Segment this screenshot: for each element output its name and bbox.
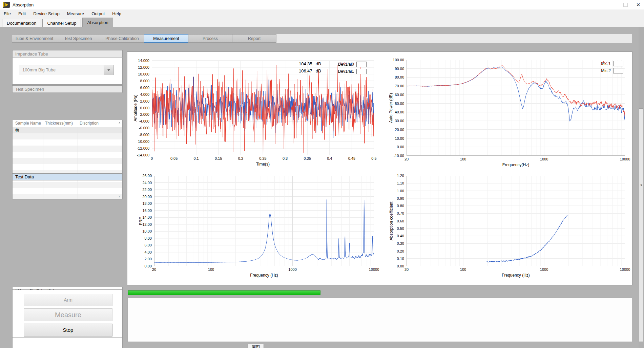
right-scrollbar[interactable]: <	[639, 27, 644, 348]
collapse-left-icon: <	[640, 183, 642, 187]
y-tick-label: 8.000	[140, 79, 149, 83]
subtab-test-specimen[interactable]: Test Specimen	[56, 34, 100, 43]
y-tick-label: 1.10	[397, 181, 404, 185]
x-tick-label: 1000	[540, 267, 548, 271]
y-tick-label: 2.00	[145, 257, 152, 261]
subtab-measurement[interactable]: Measurement	[144, 34, 188, 43]
x-tick-label: 0.5	[371, 156, 376, 160]
y-tick-label: -14.000	[137, 153, 149, 157]
y-axis-label: Absorption coefficient	[389, 201, 394, 240]
col-sample-name: Sample Name	[15, 121, 41, 126]
level-readout-ai1: 106.47dB	[299, 68, 321, 75]
menu-file[interactable]: File	[0, 9, 15, 18]
y-tick-label: 6.00	[145, 243, 152, 247]
x-tick-label: 0.35	[304, 156, 311, 160]
subtab-report[interactable]: Report	[232, 34, 276, 43]
impedance-tube-header: Impendace Tube	[12, 50, 123, 58]
y-tick-label: 0.80	[397, 204, 404, 208]
y-tick-label: 2.000	[140, 99, 149, 103]
test-data-header: Test Data	[12, 173, 123, 180]
y-tick-label: 70.00	[395, 84, 404, 88]
legend-entry[interactable]: Dev1/ai1	[338, 68, 367, 74]
menu-measure[interactable]: Measure	[63, 9, 88, 18]
column-divider	[78, 127, 78, 199]
close-icon: ×	[636, 0, 640, 9]
window-title: Absorption	[13, 2, 34, 7]
app-icon	[3, 2, 10, 8]
y-tick-label: 1.20	[397, 174, 404, 178]
x-tick-label: 0.25	[259, 156, 266, 160]
scrollbar-thumb[interactable]: <	[639, 108, 643, 342]
x-tick-label: 0.45	[348, 156, 355, 160]
y-tick-label: 22.00	[142, 188, 152, 192]
y-tick-label: 100.00	[393, 58, 404, 62]
plot-area	[407, 60, 625, 156]
y-tick-label: 30.00	[395, 119, 404, 123]
y-tick-label: 0.00	[397, 145, 404, 149]
y-tick-label: 0.50	[397, 226, 404, 231]
measure-button[interactable]: Measure	[24, 308, 112, 321]
menu-edit[interactable]: Edit	[15, 9, 29, 18]
y-tick-label: 6.000	[140, 86, 149, 90]
tab-documentation[interactable]: Documentation	[2, 19, 41, 27]
main-tab-strip: Documentation Channel Setup Absorption	[0, 18, 644, 27]
legend-entry[interactable]: Mic 2	[601, 68, 623, 73]
y-tick-label: 0.00	[397, 264, 404, 268]
x-axis-label: Frequency(Hz)	[502, 162, 529, 167]
scroll-down-icon[interactable]: ∨	[118, 195, 121, 198]
column-divider	[43, 127, 43, 199]
y-axis-label: Auto Power (dB)	[389, 93, 393, 123]
x-axis-label: Frequency (Hz)	[250, 273, 278, 278]
progress-bar	[128, 290, 320, 295]
plot-legend: Mic 1 Mic 2	[601, 61, 623, 73]
y-tick-label: 0.10	[397, 257, 404, 261]
y-tick-label: 0.00	[145, 264, 152, 268]
y-tick-label: 40.00	[395, 110, 404, 114]
arm-button[interactable]: Arm	[24, 294, 112, 306]
dropdown-button[interactable]	[104, 65, 113, 75]
menu-device-setup[interactable]: Device Setup	[29, 9, 63, 18]
subtab-process[interactable]: Process	[188, 34, 232, 43]
time-waveform-chart: Amplitude (Pa) Time(s) 104.35dB 106.47dB…	[152, 61, 374, 155]
col-discription: Discription	[80, 121, 99, 126]
plot-area	[407, 176, 625, 266]
col-thickness: Thickness(mm)	[45, 121, 73, 126]
tab-channel-setup[interactable]: Channel Setup	[42, 19, 81, 27]
tube-select-dropdown[interactable]: 100mm Big Tube	[19, 65, 114, 75]
x-tick-label: 100	[208, 267, 214, 271]
subtab-phase-calibration[interactable]: Phase Calibration	[100, 34, 144, 43]
x-tick-label: 20	[152, 267, 156, 271]
menu-output[interactable]: Output	[88, 9, 108, 18]
tab-absorption[interactable]: Absorption	[82, 18, 113, 27]
x-tick-label: 20	[404, 267, 409, 271]
y-tick-label: 0.20	[397, 249, 404, 253]
minimize-button[interactable]	[599, 0, 614, 9]
y-tick-label: 0.30	[397, 241, 404, 245]
test-specimen-table: Sample Name Thickness(mm) Discription ∧ …	[12, 120, 123, 199]
x-tick-label: 100	[460, 157, 466, 161]
application-window: Absorption × File Edit Device Setup Meas…	[0, 0, 644, 348]
y-tick-label: 10.00	[142, 229, 152, 233]
panel-divider	[635, 34, 635, 342]
y-tick-label: 20.00	[395, 128, 404, 132]
stop-button[interactable]: Stop	[24, 324, 112, 336]
sub-tab-band: Tube & Environment Test Specimen Phase C…	[12, 34, 632, 43]
menu-help[interactable]: Help	[108, 9, 125, 18]
y-tick-label: 4.00	[145, 250, 152, 254]
y-tick-label: -10.000	[137, 139, 149, 144]
y-tick-label: 4.000	[140, 92, 149, 96]
y-tick-label: 0.60	[397, 219, 404, 223]
y-tick-label: -4.000	[139, 119, 149, 123]
table-row[interactable]: 棉	[13, 127, 122, 133]
x-tick-label: 0.05	[170, 156, 178, 160]
y-tick-label: 1.00	[397, 189, 404, 193]
y-tick-label: 0.70	[397, 211, 404, 215]
y-tick-label: 14.00	[142, 215, 152, 219]
subtab-tube-environment[interactable]: Tube & Environment	[12, 34, 56, 43]
trace-mic-2	[407, 65, 625, 119]
close-button[interactable]: ×	[631, 0, 644, 9]
scroll-up-icon[interactable]: ∧	[118, 121, 121, 125]
y-tick-label: 60.00	[395, 93, 404, 97]
bottom-tab-draw[interactable]: 画图	[248, 344, 264, 348]
trace-style-icon	[356, 62, 367, 67]
